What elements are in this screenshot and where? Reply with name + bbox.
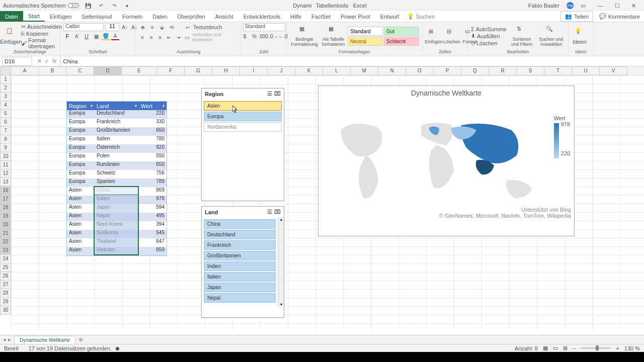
table-row[interactable]: EuropaÖsterreich920 xyxy=(67,144,167,153)
cell-wert[interactable]: 220 xyxy=(139,110,167,119)
cell-wert[interactable]: 330 xyxy=(139,119,167,127)
cancel-formula-icon[interactable]: ✕ xyxy=(37,58,42,64)
filter-icon[interactable]: ▾ xyxy=(163,104,165,108)
autosave-toggle[interactable] xyxy=(68,3,79,8)
border-button[interactable]: ▦ xyxy=(92,32,100,40)
cell-land[interactable]: Polen xyxy=(95,153,139,161)
cell-wert[interactable]: 394 xyxy=(139,221,167,230)
col-header-U[interactable]: U xyxy=(572,66,600,75)
indent-dec-icon[interactable]: ⇤ xyxy=(166,33,173,41)
align-top-icon[interactable]: ⬘ xyxy=(139,23,147,31)
autosum-button[interactable]: ΣAutoSumme xyxy=(471,26,506,32)
cell-wert[interactable]: 545 xyxy=(139,230,167,238)
inc-decimal-icon[interactable]: .0→ xyxy=(270,32,278,40)
select-all-corner[interactable] xyxy=(0,66,11,75)
slicer-item[interactable]: Indien xyxy=(204,261,276,271)
cell-land[interactable]: Österreich xyxy=(95,144,139,153)
percent-icon[interactable]: % xyxy=(251,32,259,40)
row-header-3[interactable]: 3 xyxy=(0,93,11,101)
number-format-picker[interactable]: Standard xyxy=(243,23,285,31)
comma-icon[interactable]: 000 xyxy=(260,32,268,40)
conditional-formatting-button[interactable]: ▦Bedingte Formatierung xyxy=(290,25,319,48)
row-header-28[interactable]: 28 xyxy=(0,289,11,298)
tab-pagelayout[interactable]: Seitenlayout xyxy=(76,11,117,22)
cell-land[interactable]: Deutschland xyxy=(95,110,139,119)
filter-icon[interactable]: ▾ xyxy=(135,104,137,108)
col-header-E[interactable]: E xyxy=(122,66,157,75)
view-pagelayout-icon[interactable]: ▭ xyxy=(553,345,558,351)
cell-land[interactable]: Schweiz xyxy=(95,170,139,178)
cell-land[interactable]: Thailand xyxy=(95,238,139,247)
row-header-5[interactable]: 5 xyxy=(0,110,11,118)
row-header-23[interactable]: 23 xyxy=(0,246,11,255)
ribbon-display-icon[interactable]: ▭ xyxy=(581,3,586,9)
col-header-H[interactable]: H xyxy=(212,66,240,75)
cell-land[interactable]: Spanien xyxy=(95,178,139,187)
th-land[interactable]: Land▾ xyxy=(95,102,139,110)
table-row[interactable]: AsienNord-Korea394 xyxy=(67,221,167,230)
tab-developer[interactable]: Entwicklertools xyxy=(238,11,285,22)
font-name-picker[interactable]: Calibri xyxy=(63,23,104,31)
slicer-item-nordamerika[interactable]: Nordamerika xyxy=(204,122,282,132)
redo-icon[interactable]: ↷ xyxy=(110,2,118,10)
underline-button[interactable]: U xyxy=(83,32,91,40)
clear-button[interactable]: ◇Löschen xyxy=(471,40,506,46)
table-row[interactable]: EuropaItalien780 xyxy=(67,136,167,144)
cell-land[interactable]: Südkorea xyxy=(95,230,139,238)
cell-wert[interactable]: 780 xyxy=(139,136,167,144)
cell-land[interactable]: China xyxy=(95,187,139,196)
row-header-2[interactable]: 2 xyxy=(0,84,11,93)
cell-land[interactable]: Italien xyxy=(95,136,139,144)
formula-bar[interactable]: China xyxy=(60,57,644,66)
col-header-N[interactable]: N xyxy=(378,66,406,75)
dec-decimal-icon[interactable]: ←.0 xyxy=(279,32,287,40)
th-region[interactable]: Region▾ xyxy=(67,102,95,110)
col-header-R[interactable]: R xyxy=(489,66,517,75)
cell-region[interactable]: Europa xyxy=(67,136,95,144)
row-header-21[interactable]: 21 xyxy=(0,229,11,238)
cell-wert[interactable]: 920 xyxy=(139,144,167,153)
row-header-16[interactable]: 16 xyxy=(0,187,11,195)
enter-formula-icon[interactable]: ✓ xyxy=(45,58,49,64)
col-header-V[interactable]: V xyxy=(600,66,627,75)
zoom-level[interactable]: 130 % xyxy=(624,345,640,351)
cut-button[interactable]: ✂Ausschneiden xyxy=(21,24,62,30)
save-icon[interactable]: 💾 xyxy=(84,2,92,10)
cell-land[interactable]: Nepal xyxy=(95,213,139,221)
cell-wert[interactable]: 550 xyxy=(139,153,167,161)
user-name[interactable]: Fabio Basler xyxy=(528,3,559,9)
font-size-picker[interactable]: 11 xyxy=(105,23,119,31)
row-header-27[interactable]: 27 xyxy=(0,281,11,289)
minimize-button[interactable]: — xyxy=(593,3,608,9)
row-header-19[interactable]: 19 xyxy=(0,212,11,221)
add-sheet-button[interactable]: ⊕ xyxy=(75,336,86,343)
cell-region[interactable]: Asien xyxy=(67,204,95,213)
row-header-20[interactable]: 20 xyxy=(0,221,11,229)
format-painter-button[interactable]: 🖌Format übertragen xyxy=(21,37,62,49)
slicer-item-asien[interactable]: Asien xyxy=(204,101,282,111)
row-header-26[interactable]: 26 xyxy=(0,272,11,281)
zoom-in-button[interactable]: + xyxy=(616,345,619,351)
zoom-slider[interactable] xyxy=(581,347,611,349)
cell-region[interactable]: Europa xyxy=(67,127,95,136)
table-row[interactable]: AsienVietnam859 xyxy=(67,247,167,255)
style-gut[interactable]: Gut xyxy=(384,27,419,36)
table-row[interactable]: EuropaPolen550 xyxy=(67,153,167,161)
scroll-down-icon[interactable]: ▾ xyxy=(278,302,284,307)
table-row[interactable]: EuropaSchweiz756 xyxy=(67,170,167,178)
cell-region[interactable]: Asien xyxy=(67,230,95,238)
data-table[interactable]: Region▾ Land▾ Wert▾ EuropaDeutschland220… xyxy=(66,101,167,256)
cell-region[interactable]: Asien xyxy=(67,187,95,196)
cell-region[interactable]: Asien xyxy=(67,238,95,247)
row-header-13[interactable]: 13 xyxy=(0,178,11,187)
indent-inc-icon[interactable]: ⇥ xyxy=(174,33,182,41)
row-header-10[interactable]: 10 xyxy=(0,152,11,161)
insert-cells-button[interactable]: ⊞Einfügen xyxy=(426,27,442,45)
wrap-text-button[interactable]: Textumbruch xyxy=(193,25,222,30)
row-header-17[interactable]: 17 xyxy=(0,195,11,204)
table-row[interactable]: AsienSüdkorea545 xyxy=(67,230,167,238)
tab-insert[interactable]: Einfügen xyxy=(45,11,76,22)
zoom-out-button[interactable]: − xyxy=(573,345,576,351)
tab-factset[interactable]: FactSet xyxy=(306,11,336,22)
table-row[interactable]: EuropaGroßbritannien650 xyxy=(67,127,167,136)
